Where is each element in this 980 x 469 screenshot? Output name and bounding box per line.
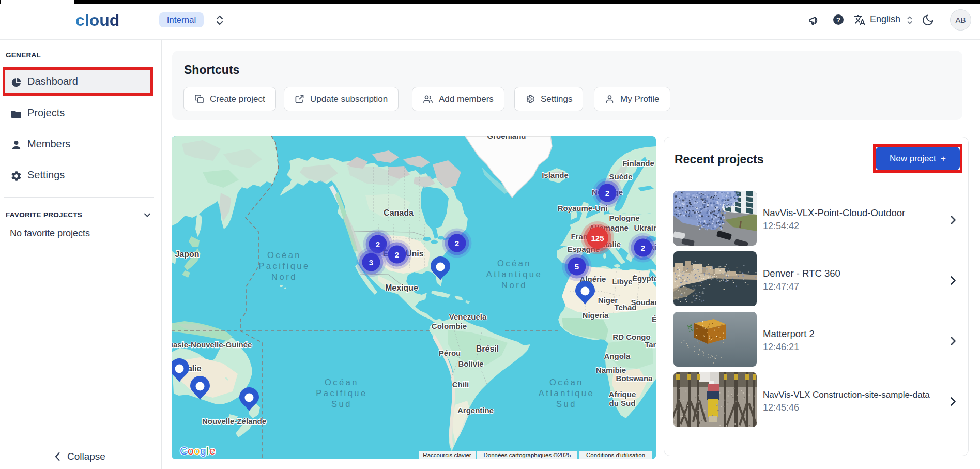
svg-text:Angola: Angola [604,352,631,360]
svg-text:Soudan: Soudan [631,298,656,307]
svg-text:Tan: Tan [645,340,656,349]
svg-text:Colombie: Colombie [432,322,467,330]
svg-text:Pologne: Pologne [609,214,639,222]
svg-text:2: 2 [641,244,645,252]
svg-text:Sud: Sud [331,399,352,409]
svg-text:2: 2 [605,189,609,198]
svg-text:Brésil: Brésil [476,344,499,353]
svg-text:Nord: Nord [271,272,297,281]
svg-text:Argentine: Argentine [457,406,494,415]
svg-text:e: e [209,445,216,457]
svg-text:Atlantique: Atlantique [486,269,542,279]
svg-text:Égypte: Égypte [632,274,656,283]
svg-text:g: g [200,445,206,457]
svg-text:Venezuela: Venezuela [449,312,487,321]
svg-text:2: 2 [455,239,459,248]
svg-text:Océan: Océan [267,250,301,260]
svg-text:Islande: Islande [542,171,569,179]
svg-text:Océan: Océan [325,377,359,387]
svg-text:Namibie: Namibie [596,366,626,374]
svg-text:?: ? [836,16,840,24]
svg-text:2: 2 [395,250,399,259]
svg-text:Nord: Nord [501,280,527,290]
svg-text:Pérou: Pérou [439,349,461,357]
svg-text:Océan: Océan [549,377,584,387]
svg-text:Mexique: Mexique [385,283,418,292]
svg-text:2: 2 [376,240,380,249]
svg-text:l: l [206,445,209,457]
svg-text:É: É [652,315,656,324]
svg-text:Atlantique: Atlantique [539,388,594,398]
svg-text:Données cartographiques ©2025: Données cartographiques ©2025 [484,452,571,458]
svg-text:5: 5 [575,262,579,271]
svg-text:Nigeria: Nigeria [583,311,609,320]
svg-text:Chili: Chili [452,380,469,389]
svg-text:G: G [180,445,188,457]
svg-text:Océan: Océan [497,259,531,268]
svg-text:3: 3 [369,258,373,267]
svg-text:Botswana: Botswana [616,374,653,383]
svg-text:Japon: Japon [175,250,199,259]
svg-text:Pacifique: Pacifique [258,261,310,270]
svg-text:o: o [194,445,200,457]
svg-text:Ukraine: Ukraine [634,223,656,232]
svg-text:ouasie-Nouvelle-Guinée: ouasie-Nouvelle-Guinée [172,340,252,349]
svg-text:du Sud: du Sud [609,399,636,407]
svg-text:Raccourcis clavier: Raccourcis clavier [423,452,471,458]
svg-text:Groenland: Groenland [487,136,526,140]
svg-text:Libye: Libye [612,277,632,286]
svg-text:125: 125 [591,234,604,243]
svg-text:o: o [188,445,194,457]
svg-text:Bolivie: Bolivie [458,359,483,368]
svg-text:Canada: Canada [384,208,414,217]
svg-text:Nouvelle-Zélande: Nouvelle-Zélande [202,417,266,426]
svg-text:Pacifique: Pacifique [316,388,367,398]
svg-text:Sud: Sud [556,399,577,409]
svg-text:Conditions d'utilisation: Conditions d'utilisation [586,452,645,458]
svg-text:Afrique: Afrique [609,390,636,399]
svg-text:Finlande: Finlande [622,159,654,168]
